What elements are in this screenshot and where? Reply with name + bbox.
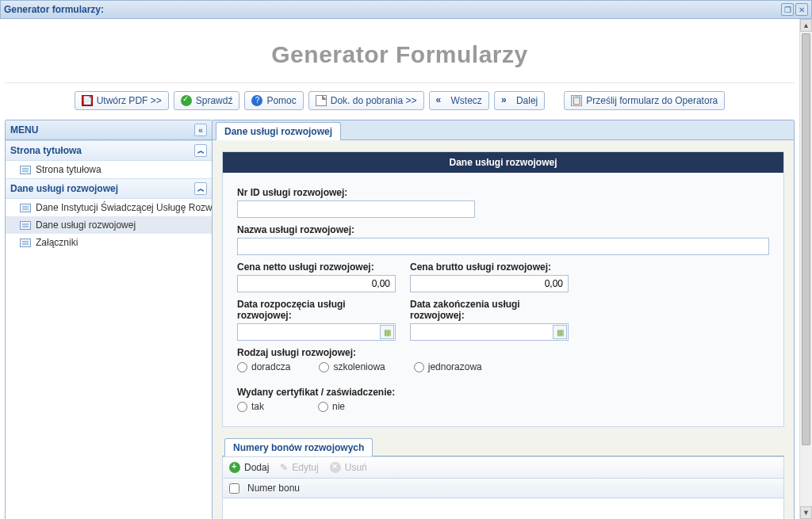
service-id-label: Nr ID usługi rozwojowej: [237,187,475,198]
tab-strip: Dane usługi rozwojowej [213,120,794,140]
scroll-down-icon[interactable]: ▼ [800,506,812,519]
window-title: Generator formularzy: [4,4,104,15]
back-button[interactable]: « Wstecz [429,91,489,110]
add-row-button[interactable]: Dodaj [229,462,269,473]
sidebar-header: MENU « [6,120,212,140]
edit-row-button: ✎ Edytuj [280,462,318,473]
kind-option-jednorazowa[interactable]: jednorazowa [414,361,482,372]
next-button[interactable]: » Dalej [494,91,545,110]
scroll-up-icon[interactable]: ▲ [800,19,812,32]
send-form-label: Prześlij formularz do Operatora [586,95,718,106]
date-end-input[interactable] [410,323,569,341]
cert-label: Wydany certyfikat / zaświadczenie: [237,387,769,398]
help-label: Pomoc [266,95,296,106]
radio-label: nie [332,401,345,412]
kind-option-doradcza[interactable]: doradcza [237,361,290,372]
service-id-input[interactable] [237,200,475,218]
form-icon [20,166,31,174]
kind-option-szkoleniowa[interactable]: szkoleniowa [319,361,385,372]
window-close-icon[interactable]: ✕ [795,3,808,16]
chevron-up-icon[interactable]: ︽ [194,182,207,195]
chevron-right-icon: » [501,95,512,106]
grid-toolbar: Dodaj ✎ Edytuj Usuń [222,456,784,478]
price-gross-label: Cena brutto usługi rozwojowej: [410,261,569,273]
window-header: Generator formularzy: ❐ ✕ [0,0,812,19]
check-label: Sprawdź [196,95,233,106]
radio-cert-yes[interactable] [237,402,247,412]
tab-label: Numery bonów rozwojowych [233,442,364,453]
download-docs-label: Dok. do pobrania >> [331,95,417,106]
form-icon [20,239,31,247]
sidebar-collapse-button[interactable]: « [194,124,207,136]
send-form-button[interactable]: Prześlij formularz do Operatora [564,91,725,110]
price-net-input[interactable] [237,275,396,292]
sidebar: MENU « Strona tytułowa ︽ Strona tytułowa… [5,120,213,519]
pencil-icon: ✎ [280,462,288,473]
form-panel-title: Dane usługi rozwojowej [223,152,783,173]
create-pdf-label: Utwórz PDF >> [97,95,162,106]
sidebar-section-service-data-label: Dane usługi rozwojowej [10,183,118,194]
chevron-up-icon[interactable]: ︽ [194,144,207,157]
radio-doradcza[interactable] [237,362,247,372]
voucher-grid: Numery bonów rozwojowych Dodaj ✎ Edytuj [222,438,784,519]
back-label: Wstecz [451,95,482,106]
pdf-icon [82,95,93,106]
date-start-label: Data rozpoczęcia usługi rozwojowej: [237,299,396,321]
form-icon [20,221,31,230]
calendar-icon[interactable]: ▦ [380,325,394,339]
service-kind-label: Rodzaj usługi rozwojowej: [237,347,769,358]
sidebar-item-institution-data[interactable]: Dane Instytucji Świadczącej Usługę Rozwo [6,199,212,216]
grid-header: Numer bonu [222,478,784,498]
grid-body [222,498,784,519]
sidebar-section-title-page-label: Strona tytułowa [10,145,82,156]
sidebar-item-service-data[interactable]: Dane usługi rozwojowej [6,216,212,234]
create-pdf-button[interactable]: Utwórz PDF >> [75,91,169,110]
delete-row-label: Usuń [345,462,367,473]
document-icon [316,95,327,106]
price-net-label: Cena netto usługi rozwojowej: [237,261,396,273]
chevron-left-icon: « [436,95,447,106]
sidebar-item-label: Strona tytułowa [36,164,102,175]
calendar-icon[interactable]: ▦ [553,325,567,339]
main-panel: Dane usługi rozwojowej Dane usługi rozwo… [213,120,795,519]
sidebar-section-service-data[interactable]: Dane usługi rozwojowej ︽ [6,178,212,199]
tab-service-data[interactable]: Dane usługi rozwojowej [216,122,341,140]
column-header-number: Numer bonu [247,483,300,494]
window-restore-icon[interactable]: ❐ [781,3,794,16]
tab-voucher-numbers[interactable]: Numery bonów rozwojowych [224,438,373,456]
page-title: Generator Formularzy [5,24,795,83]
help-icon: ? [251,95,262,106]
radio-label: jednorazowa [428,361,482,372]
sidebar-section-title-page[interactable]: Strona tytułowa ︽ [6,140,212,161]
tab-label: Dane usługi rozwojowej [224,126,332,137]
cert-option-no[interactable]: nie [318,401,345,412]
service-name-input[interactable] [237,238,769,255]
scroll-thumb[interactable] [802,33,810,445]
check-button[interactable]: Sprawdź [174,91,240,110]
price-gross-input[interactable] [410,275,569,292]
date-start-input[interactable] [237,323,396,341]
form-icon [20,204,31,212]
radio-cert-no[interactable] [318,402,328,412]
sidebar-item-label: Dane Instytucji Świadczącej Usługę Rozwo [36,202,212,213]
sidebar-item-label: Załączniki [36,237,78,248]
sidebar-item-title-page[interactable]: Strona tytułowa [6,161,212,178]
check-ok-icon [181,95,192,106]
date-end-label: Data zakończenia usługi rozwojowej: [410,299,569,321]
radio-szkoleniowa[interactable] [319,362,329,372]
sidebar-item-attachments[interactable]: Załączniki [6,234,212,251]
service-name-label: Nazwa usługi rozwojowej: [237,224,769,235]
download-docs-button[interactable]: Dok. do pobrania >> [308,91,424,110]
sidebar-title: MENU [10,124,38,135]
radio-jednorazowa[interactable] [414,362,424,372]
radio-label: doradcza [251,361,290,372]
cert-option-yes[interactable]: tak [237,401,264,412]
help-button[interactable]: ? Pomoc [244,91,303,110]
radio-label: tak [251,401,264,412]
delete-row-button: Usuń [330,462,367,473]
form-panel: Dane usługi rozwojowej Nr ID usługi rozw… [222,151,784,427]
vertical-scrollbar[interactable]: ▲ ▼ [799,19,812,519]
plus-icon [229,462,240,473]
radio-label: szkoleniowa [333,361,385,372]
select-all-checkbox[interactable] [229,483,239,494]
